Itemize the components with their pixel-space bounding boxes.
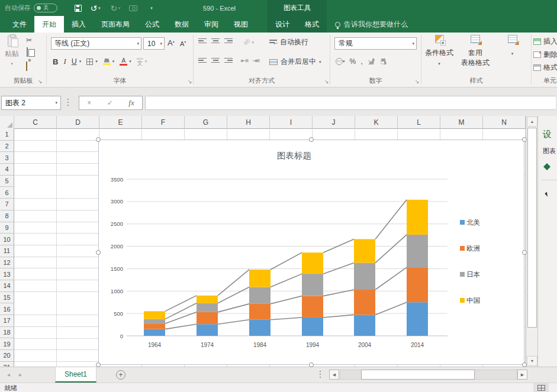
paint-bucket-icon[interactable]	[543, 163, 550, 170]
chart-resize-handle[interactable]	[309, 137, 314, 142]
phonetic-button[interactable]: wén 文	[137, 57, 143, 66]
bold-button[interactable]: B	[53, 57, 58, 66]
bar-segment-日本-1984[interactable]	[249, 287, 271, 303]
align-top-button[interactable]	[198, 37, 207, 44]
chart-resize-handle[interactable]	[522, 137, 527, 142]
sheet-nav-next-icon[interactable]: ▸	[19, 371, 22, 378]
row-header-7[interactable]: 7	[0, 199, 14, 210]
orientation-button[interactable]: ab ▾	[243, 37, 254, 46]
bar-segment-日本-2004[interactable]	[354, 263, 375, 290]
chart-resize-handle[interactable]	[522, 250, 527, 255]
ribbon-tab-1[interactable]: 开始	[34, 16, 64, 33]
format-painter-button[interactable]	[26, 62, 27, 70]
ribbon-tab-6[interactable]: 审阅	[197, 16, 226, 33]
merge-center-button[interactable]: 合并后居中 ▾	[269, 57, 321, 67]
column-header-H[interactable]: H	[227, 116, 270, 129]
ribbon-tab-3[interactable]: 页面布局	[94, 16, 137, 33]
clipboard-dialog-launcher[interactable]: ↘	[38, 79, 43, 85]
bar-segment-日本-2014[interactable]	[407, 235, 428, 267]
redo-button[interactable]: ↻▾	[108, 0, 123, 16]
bar-segment-中国-1994[interactable]	[302, 252, 323, 274]
bar-segment-北美-1974[interactable]	[197, 324, 218, 336]
font-size-select[interactable]: 10 ▾	[143, 37, 165, 50]
column-header-I[interactable]: I	[270, 116, 313, 129]
align-middle-button[interactable]	[211, 37, 220, 44]
insert-function-button[interactable]: fx	[128, 98, 134, 108]
borders-button[interactable]	[86, 59, 93, 65]
font-name-select[interactable]: 等线 (正文) ▾	[51, 37, 141, 50]
legend-label-日本[interactable]: 日本	[466, 271, 480, 278]
underline-button[interactable]: U	[72, 57, 77, 66]
align-left-button[interactable]	[198, 57, 207, 64]
chart-resize-handle[interactable]	[522, 362, 527, 367]
horizontal-scroll-thumb[interactable]	[361, 370, 475, 380]
scroll-up-button[interactable]: ▲	[527, 116, 537, 127]
vertical-scrollbar[interactable]: ▲ ▼	[526, 116, 537, 367]
row-header-11[interactable]: 11	[0, 245, 14, 257]
font-color-button[interactable]: A	[120, 58, 127, 66]
bar-segment-欧洲-1964[interactable]	[144, 323, 165, 329]
increase-decimal-button[interactable]: ←.0 .00	[368, 59, 375, 64]
contextual-tab-1[interactable]: 格式	[297, 16, 327, 33]
cell-styles-button[interactable]: ▾	[494, 35, 531, 56]
number-format-select[interactable]: 常规 ▾	[334, 37, 417, 50]
ribbon-tab-4[interactable]: 公式	[137, 16, 167, 33]
legend-swatch-欧洲[interactable]	[460, 246, 465, 251]
column-header-E[interactable]: E	[99, 116, 142, 129]
tell-me-box[interactable]: 告诉我你想要做什么	[335, 16, 408, 33]
row-header-13[interactable]: 13	[0, 268, 14, 280]
phonetic-caret-icon[interactable]: ▾	[145, 59, 147, 64]
contextual-tab-0[interactable]: 设计	[268, 16, 297, 33]
bar-segment-北美-2004[interactable]	[354, 315, 375, 336]
row-header-2[interactable]: 2	[0, 141, 14, 153]
bar-segment-中国-2014[interactable]	[407, 200, 428, 235]
row-header-19[interactable]: 19	[0, 338, 14, 350]
bar-segment-中国-1974[interactable]	[197, 296, 218, 303]
bar-segment-欧洲-1974[interactable]	[197, 312, 218, 324]
vertical-scroll-thumb[interactable]	[527, 128, 537, 328]
sheet-tab-sheet1[interactable]: Sheet1	[55, 367, 96, 383]
sheet-nav-prev-icon[interactable]: ◂	[7, 371, 10, 378]
alignment-dialog-launcher[interactable]: ↘	[324, 79, 329, 85]
grow-font-button[interactable]: A▴	[168, 38, 175, 47]
chart-title[interactable]: 图表标题	[277, 151, 311, 160]
column-header-F[interactable]: F	[142, 116, 185, 129]
row-header-21[interactable]: 21	[0, 362, 14, 367]
formula-bar-splitter[interactable]	[67, 99, 69, 107]
row-header-8[interactable]: 8	[0, 210, 14, 222]
paste-button[interactable]: 粘贴 ▾	[5, 35, 19, 66]
legend-swatch-日本[interactable]	[460, 272, 465, 277]
column-header-N[interactable]: N	[483, 116, 526, 129]
row-header-9[interactable]: 9	[0, 222, 14, 234]
legend-swatch-中国[interactable]	[460, 298, 465, 303]
increase-indent-button[interactable]: ⇥≡	[252, 57, 259, 64]
bar-segment-北美-1994[interactable]	[302, 318, 323, 336]
bar-segment-中国-1984[interactable]	[249, 270, 271, 287]
row-header-10[interactable]: 10	[0, 234, 14, 245]
legend-label-中国[interactable]: 中国	[466, 297, 480, 304]
decrease-indent-button[interactable]: ⇤≡	[241, 57, 248, 64]
borders-caret-icon[interactable]: ▾	[95, 59, 98, 64]
ribbon-tab-2[interactable]: 插入	[64, 16, 94, 33]
row-header-5[interactable]: 5	[0, 176, 14, 187]
align-bottom-button[interactable]	[224, 37, 233, 44]
delete-cells-button[interactable]: 删除	[533, 50, 557, 60]
legend-label-北美[interactable]: 北美	[466, 219, 480, 226]
scroll-down-button[interactable]: ▼	[527, 356, 537, 366]
align-center-button[interactable]	[211, 57, 220, 64]
column-header-G[interactable]: G	[185, 116, 227, 129]
bar-segment-中国-1964[interactable]	[144, 311, 165, 319]
row-header-17[interactable]: 17	[0, 315, 14, 327]
row-header-16[interactable]: 16	[0, 303, 14, 315]
qat-customize-button[interactable]: ▾	[146, 0, 156, 16]
ribbon-tab-0[interactable]: 文件	[5, 16, 34, 33]
row-header-18[interactable]: 18	[0, 327, 14, 339]
save-button[interactable]	[72, 0, 84, 16]
bar-segment-北美-2014[interactable]	[407, 302, 428, 336]
row-header-3[interactable]: 3	[0, 152, 14, 164]
shrink-font-button[interactable]: A▾	[180, 40, 186, 47]
undo-button[interactable]: ↺▾	[88, 0, 103, 16]
bar-segment-欧洲-1994[interactable]	[302, 296, 323, 318]
copy-button[interactable]	[27, 48, 28, 56]
comma-button[interactable]: ,	[360, 57, 363, 66]
